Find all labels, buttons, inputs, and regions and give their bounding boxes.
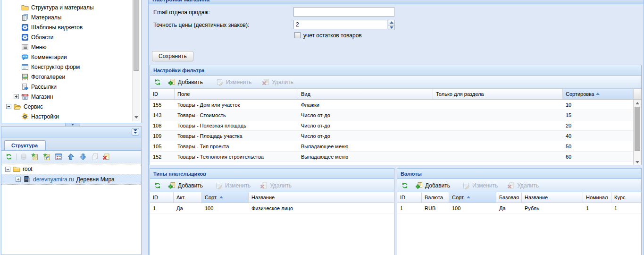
sidebar-item-menu[interactable]: Меню [14,42,46,52]
currencies-panel: Валюты Добавить Изменить Удалить ID Валю… [397,168,642,255]
refresh-icon[interactable] [401,182,409,189]
sidebar-item-service[interactable]: Сервис [6,102,43,111]
sidebar-item-label: Меню [31,44,46,51]
sidebar-item-shop[interactable]: Магазин [14,92,53,102]
payer-toolbar: Добавить Изменить Удалить [150,179,394,192]
precision-spinner[interactable] [388,20,395,30]
column-header-section[interactable]: Только для раздела [433,89,563,99]
sidebar-item-photogalleries[interactable]: Фотогалереи [14,72,65,82]
edit-icon [216,78,224,86]
nav-scrollbar[interactable] [132,0,140,121]
edit-button: Изменить [462,182,498,189]
table-row[interactable]: 1 RUB 100 Да Рубль 1 1 [397,203,641,213]
grid-header-filler [633,89,641,99]
sidebar-item-settings[interactable]: Настройки [14,111,59,121]
table-row[interactable]: 105Товары - Тип проектаВыпадающее меню50 [150,141,641,152]
add-page-virtual-icon[interactable] [43,153,50,161]
table-row[interactable]: 143Товары - СтоимостьЧисло от-до15 [150,110,641,120]
column-header-id[interactable]: ID [397,192,422,203]
refresh-icon[interactable] [5,153,13,161]
sidebar-item-form-builder[interactable]: Конструктор форм [14,62,80,72]
expander-minus-icon[interactable] [5,167,10,172]
table-row[interactable]: 174Товары - Архитектурный стильВыпадающе… [150,162,641,165]
refresh-icon[interactable] [154,78,161,86]
refresh-icon[interactable] [154,182,161,189]
delete-icon [262,78,269,86]
add-button[interactable]: Добавить [168,78,203,86]
site-domain-link[interactable]: derevnyamira.ru [33,176,74,183]
column-header-name[interactable]: Название [249,192,394,203]
sidebar-item-comments[interactable]: Комментарии [14,52,67,62]
column-header-rate[interactable]: Курс [611,192,641,203]
save-button[interactable]: Сохранить [152,51,193,61]
folder-icon [13,165,20,173]
column-header-currency[interactable]: Валюта [422,192,449,203]
delete-icon [507,182,515,189]
table-row[interactable]: 155Товары - Дом или участокФлажки10 [150,100,641,110]
gear-box-icon [21,24,29,31]
table-row[interactable]: 108Товары - Полезная площадьЧисло от-до2… [150,120,641,131]
column-header-id[interactable]: ID [150,89,175,99]
expander-minus-icon[interactable] [6,104,11,109]
sidebar-item-structure-materials[interactable]: Структура и материалы [14,2,94,12]
precision-field[interactable] [293,20,387,29]
add-icon [415,182,423,189]
collapse-panel-button[interactable] [132,128,139,136]
spinner-down-icon[interactable] [388,25,395,31]
structure-toolbar [1,151,141,163]
delete-icon [260,182,268,189]
scroll-up-icon[interactable] [636,102,639,104]
table-row[interactable]: 109Товары - Площадь участкаЧисло от-до40 [150,131,641,141]
sidebar-item-mailings[interactable]: Рассылки [14,82,57,92]
add-page-icon[interactable] [31,153,39,161]
column-header-sort[interactable]: Сорт. [202,192,249,203]
column-header-active[interactable]: Акт. [174,192,202,203]
move-down-icon[interactable] [79,153,87,161]
edit-icon [462,182,470,189]
table-row[interactable]: 1 Да 100 Физическое лицо [150,203,394,213]
tab-structure[interactable]: Структура [4,140,46,150]
scrollbar-thumb[interactable] [134,0,139,71]
add-button[interactable]: Добавить [415,182,450,189]
table-row[interactable]: 152Товары - Технология строительстваВыпа… [150,152,641,162]
stock-checkbox[interactable] [294,32,301,38]
add-button[interactable]: Добавить [168,182,203,189]
column-header-name[interactable]: Название [522,192,583,203]
column-header-id[interactable]: ID [150,192,174,203]
column-header-kind[interactable]: Вид [298,89,433,99]
delete-button: Удалить [260,182,292,189]
collapse-arrow-icon [71,124,74,126]
filter-grid-body: 155Товары - Дом или участокФлажки10 143Т… [150,100,641,165]
checklist-icon[interactable] [55,153,62,161]
tree-row-site[interactable]: derevnyamira.ru Деревня Мира [1,174,141,185]
expander-plus-icon[interactable] [16,177,21,182]
sidebar-item-label: Настройки [31,113,59,120]
spinner-up-icon[interactable] [388,20,395,25]
sidebar-item-areas[interactable]: Области [14,32,54,42]
toolbar-separator [17,153,17,160]
column-header-field[interactable]: Поле [175,89,298,99]
sidebar-item-widget-templates[interactable]: Шаблоны виджетов [14,22,83,32]
scroll-down-icon[interactable] [636,161,639,163]
column-header-sort[interactable]: Сорт. [449,192,496,203]
database-icon [20,153,27,161]
sort-asc-icon [596,93,600,95]
email-field[interactable] [293,7,394,17]
delete-page-icon[interactable] [102,153,110,161]
sidebar-item-label: Комментарии [31,54,67,60]
tree-row-root[interactable]: root [1,164,141,174]
filter-grid-scrollbar[interactable] [633,100,641,165]
expander-plus-icon[interactable] [14,94,19,99]
column-header-sort[interactable]: Сортировка [563,89,633,99]
tree-root-label: root [23,166,33,172]
scroll-down-icon[interactable] [134,116,138,119]
column-header-base[interactable]: Базовая [496,192,522,203]
column-header-nominal[interactable]: Номинал [583,192,611,203]
structure-panel-header [1,127,141,137]
comments-icon [21,53,29,61]
move-up-icon[interactable] [67,153,75,161]
filter-grid-header: ID Поле Вид Только для раздела Сортировк… [150,89,641,100]
filter-settings-panel: Настройки фильтра Добавить Изменить Удал… [150,65,642,165]
scrollbar-thumb[interactable] [635,107,640,151]
sidebar-item-materials[interactable]: Материалы [14,12,61,22]
